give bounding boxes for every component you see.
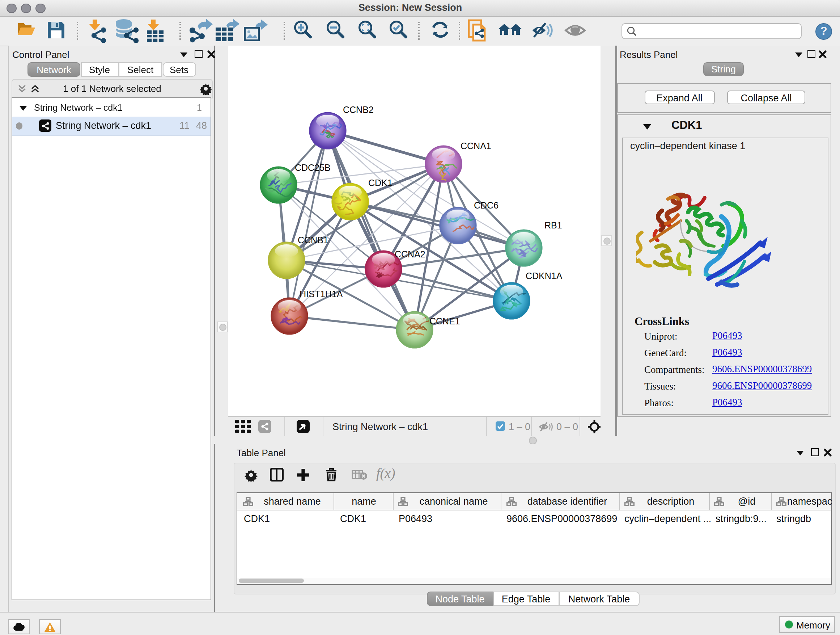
svg-text:RB1: RB1 [545,220,562,230]
svg-text:CCNB1: CCNB1 [298,234,328,245]
svg-text:CDC25B: CDC25B [295,162,331,172]
svg-text:HIST1H1A: HIST1H1A [300,288,343,299]
svg-text:CDC6: CDC6 [474,200,499,210]
svg-text:CCNB2: CCNB2 [343,104,374,114]
svg-text:CCNA2: CCNA2 [395,249,425,259]
svg-text:CDKN1A: CDKN1A [526,271,562,280]
svg-text:CDK1: CDK1 [368,177,393,187]
svg-text:CCNA1: CCNA1 [461,141,491,150]
svg-text:CCNE1: CCNE1 [429,316,460,326]
